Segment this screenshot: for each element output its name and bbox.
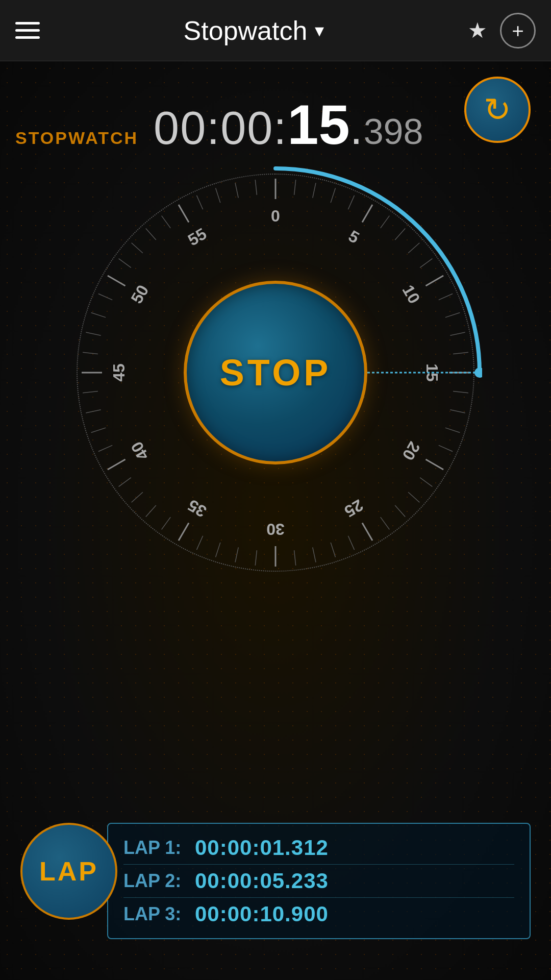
time-seconds: 15 bbox=[287, 92, 349, 157]
reset-button[interactable]: ↻ bbox=[464, 77, 531, 143]
stop-button[interactable]: STOP bbox=[184, 281, 367, 464]
time-milliseconds: 398 bbox=[364, 111, 423, 152]
lap-time: 00:00:01.312 bbox=[195, 836, 329, 860]
title-area: Stopwatch ▾ bbox=[184, 15, 324, 46]
lap-button-label: LAP bbox=[39, 856, 98, 887]
lap-row: LAP 2: 00:00:05.233 bbox=[123, 864, 514, 897]
menu-icon[interactable] bbox=[15, 22, 40, 39]
lap-label: LAP 1: bbox=[123, 837, 185, 859]
stop-button-label: STOP bbox=[220, 352, 332, 394]
lap-label: LAP 3: bbox=[123, 903, 185, 925]
top-actions: ★ ＋ bbox=[468, 13, 536, 48]
time-section: STOPWATCH 00:00: 15 . 398 bbox=[15, 92, 536, 157]
lap-row: LAP 1: 00:00:01.312 bbox=[123, 831, 514, 864]
lap-section: LAP LAP 1: 00:00:01.312 LAP 2: 00:00:05.… bbox=[0, 823, 551, 939]
time-dot: . bbox=[350, 102, 364, 155]
favorite-icon[interactable]: ★ bbox=[468, 18, 487, 43]
stopwatch-label: STOPWATCH bbox=[15, 128, 138, 148]
top-bar: Stopwatch ▾ ★ ＋ bbox=[0, 0, 551, 61]
main-content: STOPWATCH 00:00: 15 . 398 ↻ STOP bbox=[0, 61, 551, 980]
reset-icon: ↻ bbox=[484, 91, 511, 129]
dial-container: STOP bbox=[77, 174, 474, 572]
dropdown-icon[interactable]: ▾ bbox=[315, 20, 324, 41]
lap-button[interactable]: LAP bbox=[20, 823, 117, 920]
lap-time: 00:00:05.233 bbox=[195, 869, 329, 893]
lap-label: LAP 2: bbox=[123, 870, 185, 892]
laps-list: LAP 1: 00:00:01.312 LAP 2: 00:00:05.233 … bbox=[107, 823, 531, 939]
time-display: 00:00: 15 . 398 bbox=[154, 92, 423, 157]
add-button[interactable]: ＋ bbox=[500, 13, 536, 48]
lap-row: LAP 3: 00:00:10.900 bbox=[123, 897, 514, 930]
lap-time: 00:00:10.900 bbox=[195, 902, 329, 926]
app-title: Stopwatch bbox=[184, 15, 308, 46]
plus-icon: ＋ bbox=[508, 17, 528, 43]
time-prefix: 00:00: bbox=[154, 102, 287, 155]
